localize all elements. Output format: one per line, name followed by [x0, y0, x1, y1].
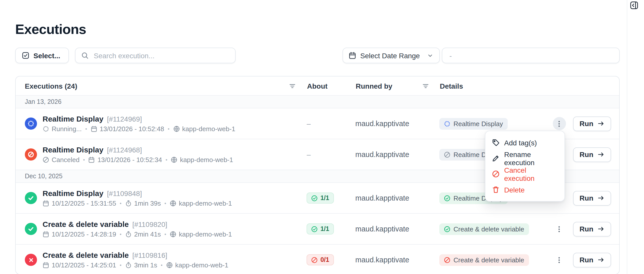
globe-icon: [170, 231, 176, 238]
execution-id: [#1109848]: [107, 189, 142, 198]
pencil-icon: [492, 154, 500, 162]
date-group-label: Jan 13, 2026: [25, 98, 62, 105]
row-menu-button[interactable]: [553, 117, 566, 130]
execution-host: kapp-demo-web-1: [173, 125, 235, 133]
calendar-icon: [43, 200, 49, 207]
slash-circle-icon: [492, 170, 500, 178]
runned-by-value: maud.kapptivate: [355, 256, 409, 264]
execution-name[interactable]: Create & delete variable: [43, 251, 129, 259]
execution-name[interactable]: Realtime Display: [43, 114, 103, 123]
check-circle-icon: [444, 195, 450, 201]
arrow-right-icon: [597, 225, 604, 232]
row-menu-button[interactable]: [553, 222, 566, 236]
execution-name[interactable]: Create & delete variable: [43, 220, 129, 228]
collapse-panel-button[interactable]: [630, 1, 638, 10]
check-circle-icon: [311, 195, 318, 201]
select-executions-button[interactable]: Select...: [15, 48, 69, 63]
chevron-down-icon: [427, 52, 434, 59]
execution-status: Canceled: [43, 156, 80, 164]
calendar-icon: [43, 262, 49, 268]
execution-status: Running...: [43, 125, 82, 133]
row-context-menu: Add tag(s) Rename execution Cancel execu…: [485, 131, 565, 202]
execution-duration: 3min 1s: [125, 261, 157, 269]
right-panel-divider: [627, 0, 627, 274]
date-range-dropdown[interactable]: Select Date Range: [343, 48, 440, 63]
menu-item-delete[interactable]: Delete: [485, 182, 564, 198]
check-circle-icon: [311, 226, 318, 232]
run-button[interactable]: Run: [573, 191, 611, 205]
dot-separator: •: [120, 201, 121, 206]
execution-id: [#1109816]: [132, 251, 167, 259]
menu-item-rename-execution[interactable]: Rename execution: [485, 150, 564, 166]
date-group-row: Jan 13, 2026: [16, 95, 619, 108]
about-header: About: [307, 82, 328, 90]
about-empty: –: [307, 120, 311, 128]
dot-separator: •: [164, 201, 166, 206]
slash-circle-icon: [444, 257, 450, 263]
search-input[interactable]: [93, 51, 230, 60]
execution-host: kapp-demo-web-1: [166, 261, 229, 269]
execution-name[interactable]: Realtime Display: [43, 145, 103, 154]
dot-separator: •: [165, 157, 167, 162]
execution-host: kapp-demo-web-1: [171, 156, 233, 164]
globe-icon: [166, 262, 173, 268]
details-header: Details: [440, 82, 463, 90]
dot-separator: •: [120, 263, 121, 268]
menu-item-add-tags[interactable]: Add tag(s): [485, 135, 564, 150]
calendar-icon: [349, 52, 356, 59]
arrow-right-icon: [597, 194, 604, 202]
dot-separator: •: [83, 157, 85, 162]
stopwatch-icon: [125, 200, 132, 207]
calendar-icon: [88, 156, 95, 163]
table-row: Create & delete variable [#1109816] 10/1…: [16, 244, 619, 274]
execution-datetime: 10/12/2025 - 14:25:01: [43, 261, 116, 269]
filter-lines-icon[interactable]: [289, 82, 296, 89]
task-count-badge: 0/1: [307, 254, 334, 265]
run-button[interactable]: Run: [573, 116, 611, 131]
arrow-right-icon: [597, 120, 604, 127]
execution-datetime: 10/12/2025 - 15:31:55: [43, 200, 116, 207]
dot-separator: •: [161, 263, 163, 268]
page-title: Executions: [15, 22, 86, 37]
filter-lines-icon[interactable]: [422, 82, 429, 89]
task-count-badge: 1/1: [307, 192, 334, 204]
status-success-icon: [25, 192, 37, 204]
date-range-label: Select Date Range: [360, 51, 420, 60]
execution-host: kapp-demo-web-1: [170, 200, 232, 207]
search-execution-field[interactable]: [75, 48, 236, 63]
execution-id: [#1124968]: [107, 146, 142, 154]
calendar-icon: [43, 231, 49, 238]
date-value-field[interactable]: [442, 48, 620, 63]
spinner-icon: [43, 126, 49, 132]
globe-icon: [171, 156, 177, 163]
arrow-right-icon: [597, 256, 604, 263]
execution-host: kapp-demo-web-1: [170, 230, 232, 238]
table-row: Create & delete variable [#1109820] 10/1…: [16, 213, 619, 244]
runned-by-header: Runned by: [356, 82, 392, 90]
execution-duration: 2min 41s: [125, 230, 161, 238]
spinner-icon: [444, 120, 450, 127]
arrow-right-icon: [597, 151, 604, 158]
dot-separator: •: [168, 126, 169, 131]
trash-icon: [492, 186, 500, 193]
slash-circle-icon: [43, 156, 49, 163]
date-value-input[interactable]: [448, 51, 613, 60]
run-button[interactable]: Run: [573, 147, 611, 162]
run-button[interactable]: Run: [573, 222, 611, 236]
dot-separator: •: [120, 232, 121, 237]
status-failed-icon: [25, 254, 37, 266]
status-running-icon: [25, 118, 37, 130]
checkbox-icon: [22, 52, 29, 59]
runned-by-value: maud.kapptivate: [355, 120, 409, 128]
menu-item-cancel-execution[interactable]: Cancel execution: [485, 166, 564, 182]
execution-id: [#1124969]: [107, 115, 142, 123]
slash-circle-icon: [444, 151, 450, 158]
execution-name[interactable]: Realtime Display: [43, 189, 103, 198]
dot-separator: •: [85, 126, 87, 131]
runned-by-value: maud.kapptivate: [355, 150, 409, 159]
flow-badge-failed: Create & delete variable: [439, 254, 529, 266]
date-group-label: Dec 10, 2025: [25, 173, 63, 180]
row-menu-button[interactable]: [553, 253, 566, 266]
run-button[interactable]: Run: [573, 252, 611, 267]
search-icon: [81, 52, 89, 59]
